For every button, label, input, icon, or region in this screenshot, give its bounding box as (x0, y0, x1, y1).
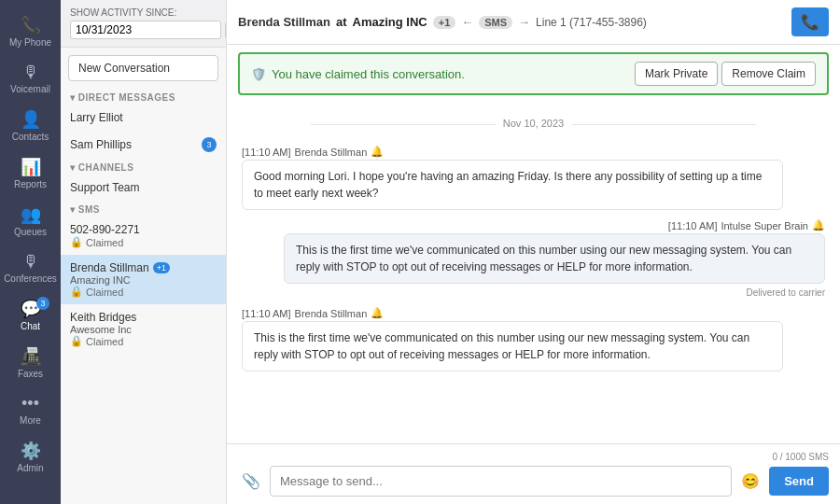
sidebar: SHOW ACTIVITY SINCE: 📅 ••• New Conversat… (61, 0, 227, 504)
nav-label-voicemail: Voicemail (10, 84, 50, 94)
message-input[interactable] (270, 466, 732, 497)
reports-icon: 📊 (21, 157, 41, 177)
nav-label-my-phone: My Phone (9, 37, 51, 48)
sidebar-item-sms-5028902271[interactable]: 502-890-2271 🔒 Claimed (61, 217, 226, 255)
topbar-badge: +1 (433, 16, 456, 29)
voicemail-icon: 🎙 (22, 63, 39, 82)
mark-private-button[interactable]: Mark Private (635, 62, 718, 86)
faxes-icon: 📠 (21, 346, 41, 367)
notification-icon-1: 🔔 (371, 146, 384, 158)
new-conversation-button[interactable]: New Conversation (68, 55, 218, 81)
nav-label-chat: Chat (21, 321, 40, 331)
msg-sender-2: [11:10 AM] Intulse Super Brain 🔔 (668, 219, 825, 231)
chat-badge: 3 (36, 297, 49, 310)
claimed-icon-2: 🔒 (70, 335, 83, 347)
message-input-row: 📎 😊 Send (238, 466, 829, 497)
msg-sender-3: [11:10 AM] Brenda Stillman 🔔 (242, 307, 825, 319)
right-arrow-icon: → (518, 15, 530, 29)
shield-icon: 🛡️ (251, 67, 266, 81)
message-row-1: [11:10 AM] Brenda Stillman 🔔 Good mornin… (242, 146, 825, 210)
sidebar-item-larry-elliot[interactable]: Larry Elliot (61, 105, 226, 131)
nav-admin[interactable]: ⚙️ Admin (0, 433, 61, 481)
topbar-contact-name: Brenda Stillman (238, 15, 330, 29)
topbar-actions: 📞 (791, 7, 829, 36)
nav-faxes[interactable]: 📠 Faxes (0, 339, 61, 386)
attach-button[interactable]: 📎 (238, 469, 264, 494)
sidebar-item-support-team[interactable]: Support Team (61, 175, 226, 201)
conferences-icon: 🎙 (22, 252, 39, 272)
msg-delivered-2: Delivered to carrier (747, 287, 825, 298)
left-navigation: 📞 My Phone 🎙 Voicemail 👤 Contacts 📊 Repo… (0, 0, 61, 504)
sam-badge: 3 (202, 137, 217, 152)
sidebar-item-brenda-stillman[interactable]: Brenda Stillman +1 Amazing INC 🔒 Claimed (61, 255, 226, 304)
claimed-banner: 🛡️ You have claimed this conversation. M… (238, 52, 829, 95)
topbar-at: at (336, 15, 347, 29)
phone-icon: 📞 (21, 15, 41, 35)
call-button[interactable]: 📞 (791, 7, 829, 36)
nav-my-phone[interactable]: 📞 My Phone (0, 7, 61, 55)
nav-label-reports: Reports (14, 179, 47, 189)
nav-more[interactable]: ••• More (0, 386, 61, 433)
message-row-3: [11:10 AM] Brenda Stillman 🔔 This is the… (242, 307, 825, 371)
nav-label-conferences: Conferences (4, 273, 57, 284)
claimed-banner-actions: Mark Private Remove Claim (635, 62, 816, 86)
topbar: Brenda Stillman at Amazing INC +1 ← SMS … (227, 0, 840, 45)
sms-section: ▾ SMS (61, 201, 226, 217)
nav-voicemail[interactable]: 🎙 Voicemail (0, 55, 61, 102)
nav-reports[interactable]: 📊 Reports (0, 149, 61, 197)
admin-icon: ⚙️ (21, 441, 41, 461)
claimed-icon-1: 🔒 (70, 286, 83, 298)
nav-chat[interactable]: 💬 3 Chat (0, 291, 61, 339)
topbar-line: Line 1 (717-455-3896) (536, 16, 647, 29)
nav-label-more: More (20, 415, 41, 426)
main-content: Brenda Stillman at Amazing INC +1 ← SMS … (227, 0, 840, 504)
msg-bubble-1: Good morning Lori. I hope you're having … (242, 160, 783, 210)
nav-label-queues: Queues (14, 227, 47, 237)
brenda-badge: +1 (153, 262, 170, 273)
msg-sender-1: [11:10 AM] Brenda Stillman 🔔 (242, 146, 825, 158)
direct-messages-section: ▾ DIRECT MESSAGES (61, 89, 226, 105)
topbar-contact-info: Brenda Stillman at Amazing INC +1 ← SMS … (238, 15, 647, 29)
date-separator: Nov 10, 2023 (242, 118, 825, 129)
claimed-icon-0: 🔒 (70, 236, 83, 248)
msg-bubble-3: This is the first time we've communicate… (242, 321, 783, 371)
sidebar-item-sam-phillips[interactable]: Sam Phillips 3 (61, 131, 226, 159)
nav-label-admin: Admin (17, 463, 43, 473)
claimed-banner-text: 🛡️ You have claimed this conversation. (251, 67, 465, 81)
show-since-label: SHOW ACTIVITY SINCE: (70, 7, 217, 18)
send-button[interactable]: Send (769, 467, 829, 496)
nav-contacts[interactable]: 👤 Contacts (0, 102, 61, 149)
message-count: 0 / 1000 SMS (238, 452, 829, 462)
topbar-company: Amazing INC (353, 15, 427, 29)
nav-conferences[interactable]: 🎙 Conferences (0, 245, 61, 291)
emoji-button[interactable]: 😊 (737, 469, 763, 494)
channels-section: ▾ CHANNELS (61, 159, 226, 175)
sidebar-header: SHOW ACTIVITY SINCE: 📅 ••• (61, 0, 226, 48)
notification-icon-3: 🔔 (371, 307, 384, 319)
date-input[interactable] (70, 21, 221, 39)
more-icon: ••• (21, 394, 39, 413)
nav-queues[interactable]: 👥 Queues (0, 197, 61, 245)
msg-bubble-2: This is the first time we've communicate… (284, 233, 825, 284)
topbar-sms-badge: SMS (479, 16, 512, 29)
remove-claim-button[interactable]: Remove Claim (721, 62, 816, 86)
left-arrow-icon: ← (461, 15, 473, 29)
nav-label-faxes: Faxes (18, 369, 43, 379)
messages-area: Nov 10, 2023 [11:10 AM] Brenda Stillman … (227, 103, 840, 443)
nav-label-contacts: Contacts (12, 132, 49, 142)
queues-icon: 👥 (21, 204, 41, 225)
sidebar-item-keith-bridges[interactable]: Keith Bridges Awesome Inc 🔒 Claimed (61, 304, 226, 354)
message-row-2: [11:10 AM] Intulse Super Brain 🔔 This is… (242, 219, 825, 298)
message-input-area: 0 / 1000 SMS 📎 😊 Send (227, 443, 840, 504)
contacts-icon: 👤 (21, 109, 41, 130)
notification-icon-2: 🔔 (812, 219, 825, 231)
